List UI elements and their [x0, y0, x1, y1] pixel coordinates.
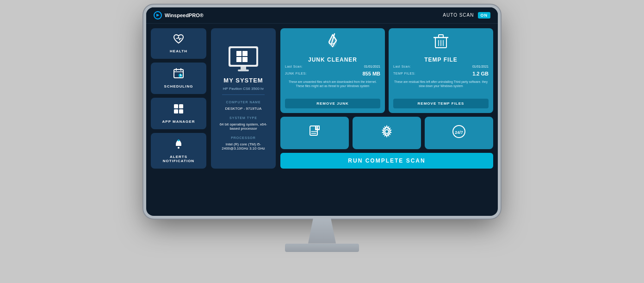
- app-header: ▶ WinspeedPRO® AUTO SCAN ON: [146, 7, 498, 24]
- junk-scan-row: Last Scan: 01/01/2021: [285, 65, 380, 68]
- svg-point-39: [385, 130, 389, 133]
- monitor-stand-neck: [308, 216, 336, 244]
- logo-icon: ▶: [154, 11, 162, 19]
- processor-value: Intel (R) core (TM) i5-2400@3.10GHz 3.10…: [217, 142, 270, 151]
- auto-scan-area[interactable]: AUTO SCAN ON: [443, 12, 490, 19]
- svg-rect-9: [174, 109, 178, 113]
- app-manager-label: APP MANAGER: [162, 119, 195, 124]
- mini-panel-support[interactable]: 24/7: [425, 117, 493, 149]
- temp-description: These are residual files left after unin…: [393, 80, 489, 88]
- remove-temp-button[interactable]: REMOVE TEMP FILES: [393, 99, 489, 108]
- auto-scan-toggle[interactable]: ON: [478, 12, 491, 19]
- junk-last-scan-date: 01/01/2021: [364, 65, 380, 68]
- monitor-stand-base: [285, 244, 359, 252]
- svg-rect-8: [179, 104, 183, 108]
- svg-rect-10: [179, 109, 183, 113]
- alerts-icon: [173, 138, 184, 152]
- processor-label: PROCESSOR: [231, 136, 256, 139]
- right-top: JUNK CLEANER Last Scan: 01/01/2021 JUNK …: [280, 28, 493, 113]
- temp-last-scan-label: Last Scan:: [393, 65, 411, 68]
- sidebar: HEALTH SCH: [151, 28, 206, 169]
- scheduling-icon: [173, 68, 184, 82]
- junk-cleaner-icon: [285, 33, 380, 53]
- system-type-label: SYSTEM TYPE: [229, 116, 257, 119]
- auto-scan-label: AUTO SCAN: [443, 13, 474, 18]
- sidebar-item-health[interactable]: HEALTH: [151, 28, 206, 59]
- system-type-value: 64 bit operating system, x64- based proc…: [217, 122, 270, 131]
- svg-rect-20: [241, 67, 246, 69]
- svg-rect-21: [238, 69, 249, 71]
- svg-text:24/7: 24/7: [455, 130, 463, 135]
- monitor-wrapper: ▶ WinspeedPRO® AUTO SCAN ON: [142, 7, 502, 276]
- junk-files-label: JUNK FILES:: [285, 72, 307, 75]
- app-main: HEALTH SCH: [146, 24, 498, 173]
- temp-file-icon: [393, 33, 489, 53]
- junk-files-value: 855 MB: [362, 71, 380, 76]
- computer-name-value: DESKTOP - 9719TUA: [225, 107, 262, 111]
- scheduling-label: SCHEDULING: [164, 84, 193, 88]
- sidebar-item-scheduling[interactable]: SCHEDULING: [151, 63, 206, 94]
- system-name: MY SYSTEM: [223, 77, 263, 84]
- computer-name-label: COMPUTER NAME: [226, 101, 260, 104]
- app-manager-icon: [173, 103, 184, 117]
- svg-rect-11: [176, 145, 181, 146]
- temp-last-scan-date: 01/01/2021: [472, 65, 489, 68]
- logo-text: WinspeedPRO®: [165, 13, 204, 18]
- support-icon: 24/7: [452, 124, 466, 142]
- junk-last-scan-label: Last Scan:: [285, 65, 303, 68]
- svg-rect-16: [236, 51, 242, 56]
- system-model: HP Pavilion CS6 3500 hr: [223, 87, 264, 91]
- run-complete-scan-button[interactable]: RUN COMPLETE SCAN: [280, 153, 493, 169]
- junk-description: These are unwanted files which are downl…: [285, 80, 380, 88]
- temp-files-label: TEMP FILES:: [393, 72, 415, 75]
- remove-junk-button[interactable]: REMOVE JUNK: [285, 99, 380, 108]
- svg-rect-7: [174, 104, 178, 108]
- system-monitor-icon: [227, 45, 260, 74]
- sidebar-item-app-manager[interactable]: APP MANAGER: [151, 98, 206, 129]
- right-panel: JUNK CLEANER Last Scan: 01/01/2021 JUNK …: [280, 28, 493, 169]
- temp-scan-row: Last Scan: 01/01/2021: [393, 65, 489, 68]
- junk-files-row: JUNK FILES: 855 MB: [285, 71, 380, 76]
- svg-point-13: [178, 139, 180, 141]
- junk-cleaner-panel: JUNK CLEANER Last Scan: 01/01/2021 JUNK …: [280, 28, 385, 113]
- health-icon: [173, 34, 184, 46]
- svg-rect-18: [236, 57, 242, 62]
- app-logo: ▶ WinspeedPRO®: [154, 11, 204, 19]
- svg-rect-19: [242, 57, 248, 62]
- svg-rect-17: [242, 51, 248, 56]
- health-label: HEALTH: [170, 49, 187, 53]
- junk-cleaner-title: JUNK CLEANER: [285, 57, 380, 63]
- divider-1: [222, 94, 265, 95]
- temp-files-row: TEMP FILES: 1.2 GB: [393, 71, 489, 76]
- temp-file-panel: TEMP FILE Last Scan: 01/01/2021 TEMP FIL…: [389, 28, 493, 113]
- mini-panel-settings[interactable]: [353, 117, 421, 149]
- svg-point-12: [178, 147, 180, 149]
- settings-icon: [380, 125, 393, 141]
- svg-rect-15: [230, 48, 256, 65]
- bottom-actions: 24/7: [280, 117, 493, 149]
- system-panel: MY SYSTEM HP Pavilion CS6 3500 hr COMPUT…: [211, 28, 276, 169]
- monitor-screen: ▶ WinspeedPRO® AUTO SCAN ON: [146, 7, 498, 216]
- mini-panel-document[interactable]: [280, 117, 349, 149]
- temp-file-title: TEMP FILE: [393, 57, 489, 63]
- sidebar-item-alerts[interactable]: ALERTS NOTIFICATION: [151, 133, 206, 169]
- temp-files-value: 1.2 GB: [472, 71, 489, 76]
- document-icon: [308, 125, 321, 141]
- alerts-label: ALERTS NOTIFICATION: [155, 155, 203, 163]
